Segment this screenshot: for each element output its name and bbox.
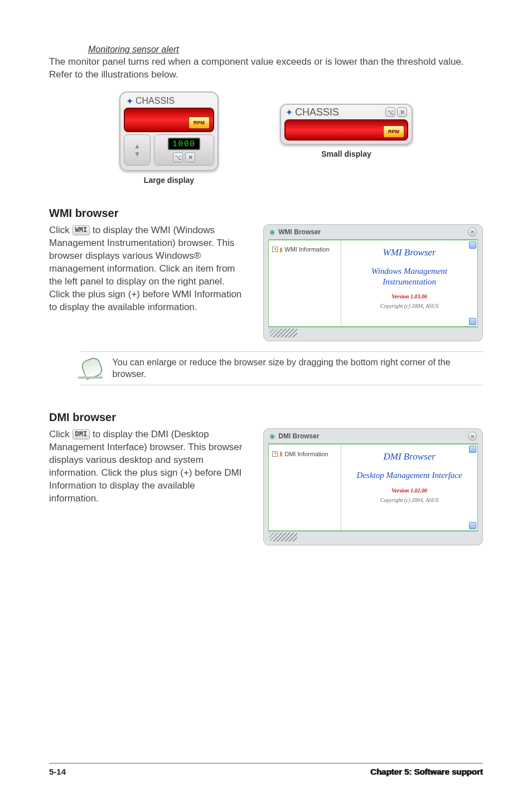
wmi-browser-body: + ▮ WMI Information WMI Browser Windows … bbox=[268, 239, 478, 327]
large-display-title: ✦ CHASSIS bbox=[124, 95, 214, 108]
digit-readout: 1000 bbox=[168, 138, 200, 150]
displays-row: ✦ CHASSIS RPM ▲ ▼ 1000 ⌥ ✕ L bbox=[49, 91, 483, 185]
dmi-browser-screenshot: ◉ DMI Browser ✕ + ▮ DMI Information DMI … bbox=[263, 428, 483, 545]
note-text: You can enlarge or reduce the browser si… bbox=[113, 356, 483, 380]
page-number: 5-14 bbox=[49, 767, 66, 776]
wmi-content-main: Windows Management Instrumentation bbox=[346, 266, 473, 287]
wmi-heading: WMI browser bbox=[49, 207, 483, 220]
wmi-paragraph: Click WMI to display the WMI (Windows Ma… bbox=[49, 224, 246, 341]
globe-icon: ◉ bbox=[269, 432, 275, 440]
large-display-panel: ✦ CHASSIS RPM ▲ ▼ 1000 ⌥ ✕ bbox=[119, 91, 219, 171]
scroll-down-icon[interactable] bbox=[469, 522, 476, 529]
tree-expand-icon[interactable]: + bbox=[272, 451, 278, 457]
dmi-text-post: to display the DMI (Desktop Management I… bbox=[49, 429, 242, 504]
resize-grip[interactable] bbox=[269, 533, 297, 542]
dial-panel: 1000 ⌥ ✕ bbox=[154, 134, 214, 166]
wmi-browser-screenshot: ◉ WMI Browser ✕ + ▮ WMI Information WMI … bbox=[263, 224, 483, 341]
dmi-paragraph: Click DMI to display the DMI (Desktop Ma… bbox=[49, 428, 246, 545]
dmi-chip-button[interactable]: DMI bbox=[72, 429, 90, 439]
wmi-titlebar: ◉ WMI Browser ✕ bbox=[265, 226, 481, 238]
dmi-content-title: DMI Browser bbox=[346, 451, 473, 462]
spinner-up-icon: ▲ bbox=[134, 142, 141, 150]
small-display-lcd: RPM bbox=[284, 119, 408, 141]
spinner-down-icon: ▼ bbox=[134, 150, 141, 158]
note-callout: You can enlarge or reduce the browser si… bbox=[80, 351, 483, 385]
scroll-down-icon[interactable] bbox=[469, 318, 476, 325]
small-display-title-text: CHASSIS bbox=[295, 107, 339, 118]
resize-grip[interactable] bbox=[269, 328, 297, 337]
chapter-title: Chapter 5: Software support bbox=[370, 767, 483, 776]
large-display-caption: Large display bbox=[119, 176, 219, 185]
dmi-browser-body: + ▮ DMI Information DMI Browser Desktop … bbox=[268, 443, 478, 532]
dmi-tree-root[interactable]: + ▮ DMI Information bbox=[272, 450, 337, 457]
dmi-tree-label: DMI Information bbox=[284, 451, 328, 457]
wmi-version-text: Version 1.03.06 bbox=[346, 293, 473, 299]
dmi-titlebar: ◉ DMI Browser ✕ bbox=[265, 430, 481, 442]
small-display-column: ✦ CHASSIS ⌥ ✕ RPM Small display bbox=[280, 91, 413, 185]
wmi-content-title: WMI Browser bbox=[346, 247, 473, 258]
globe-icon: ◉ bbox=[269, 228, 275, 236]
wmi-text-post: to display the WMI (Windows Management I… bbox=[49, 225, 241, 312]
up-down-spinner[interactable]: ▲ ▼ bbox=[124, 134, 151, 166]
close-icon[interactable]: ✕ bbox=[468, 432, 477, 441]
wmi-chip-button[interactable]: WMI bbox=[72, 225, 90, 235]
alert-intro-text: The monitor panel turns red when a compo… bbox=[49, 56, 483, 81]
wmi-window-title: WMI Browser bbox=[278, 228, 321, 236]
wmi-content-pane: WMI Browser Windows Management Instrumen… bbox=[341, 240, 477, 326]
small-title-left: ✦ CHASSIS bbox=[286, 107, 339, 118]
close-status-icon: ✕ bbox=[185, 152, 195, 162]
wmi-tree-root[interactable]: + ▮ WMI Information bbox=[272, 246, 337, 253]
small-display-caption: Small display bbox=[280, 149, 413, 158]
monitoring-alert-heading: Monitoring sensor alert bbox=[88, 45, 483, 55]
wmi-copyright-text: Copyright (c) 2004, ASUS bbox=[346, 303, 473, 309]
dmi-version-text: Version 1.02.00 bbox=[346, 487, 473, 494]
scroll-up-icon[interactable] bbox=[469, 241, 476, 249]
dmi-tree-pane: + ▮ DMI Information bbox=[269, 445, 341, 530]
large-display-title-text: CHASSIS bbox=[136, 96, 175, 106]
wmi-tree-label: WMI Information bbox=[284, 246, 330, 253]
small-title-row: ✦ CHASSIS ⌥ ✕ bbox=[284, 107, 408, 119]
close-status-icon: ✕ bbox=[397, 107, 407, 117]
small-display-panel: ✦ CHASSIS ⌥ ✕ RPM bbox=[280, 104, 413, 145]
scroll-up-icon[interactable] bbox=[469, 446, 476, 453]
large-display-lcd: RPM bbox=[124, 108, 214, 132]
tree-expand-icon[interactable]: + bbox=[272, 247, 278, 252]
large-display-bottom-row: ▲ ▼ 1000 ⌥ ✕ bbox=[124, 134, 214, 166]
fan-icon: ✦ bbox=[286, 107, 293, 118]
dmi-content-main: Desktop Management Interface bbox=[346, 470, 473, 481]
rpm-unit-badge: RPM bbox=[188, 117, 210, 129]
fan-icon: ✦ bbox=[126, 96, 133, 107]
wmi-row: Click WMI to display the WMI (Windows Ma… bbox=[49, 224, 483, 341]
dmi-window-title: DMI Browser bbox=[278, 432, 319, 440]
note-pencil-icon bbox=[80, 356, 103, 379]
close-icon[interactable]: ✕ bbox=[468, 228, 477, 236]
folder-icon: ▮ bbox=[279, 450, 283, 457]
small-display-icons: ⌥ ✕ bbox=[385, 107, 407, 117]
dmi-heading: DMI browser bbox=[49, 411, 483, 424]
dmi-text-pre: Click bbox=[49, 429, 72, 439]
large-display-column: ✦ CHASSIS RPM ▲ ▼ 1000 ⌥ ✕ L bbox=[119, 91, 219, 185]
rpm-unit-badge: RPM bbox=[383, 125, 404, 138]
status-icons-row: ⌥ ✕ bbox=[173, 152, 195, 162]
folder-icon: ▮ bbox=[279, 246, 283, 253]
dmi-content-pane: DMI Browser Desktop Management Interface… bbox=[341, 445, 477, 530]
dmi-row: Click DMI to display the DMI (Desktop Ma… bbox=[49, 428, 483, 545]
page-footer: 5-14 Chapter 5: Software support bbox=[49, 763, 483, 776]
dmi-copyright-text: Copyright (c) 2004, ASUS bbox=[346, 497, 473, 503]
wmi-tree-pane: + ▮ WMI Information bbox=[269, 240, 341, 326]
connection-icon: ⌥ bbox=[385, 107, 395, 117]
connection-icon: ⌥ bbox=[173, 152, 183, 162]
wmi-text-pre: Click bbox=[49, 225, 72, 235]
